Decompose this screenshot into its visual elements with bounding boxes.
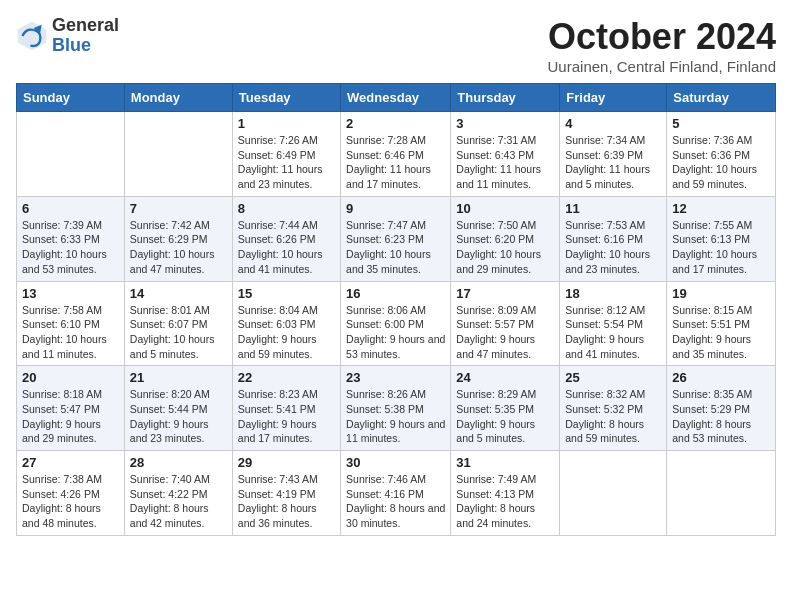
day-number: 21 [130,370,227,385]
calendar: SundayMondayTuesdayWednesdayThursdayFrid… [16,83,776,536]
weekday-header: Tuesday [232,84,340,112]
day-detail: Sunrise: 8:29 AMSunset: 5:35 PMDaylight:… [456,387,554,446]
day-detail: Sunrise: 7:38 AMSunset: 4:26 PMDaylight:… [22,472,119,531]
day-detail: Sunrise: 7:42 AMSunset: 6:29 PMDaylight:… [130,218,227,277]
calendar-day-cell: 6Sunrise: 7:39 AMSunset: 6:33 PMDaylight… [17,196,125,281]
calendar-week-row: 1Sunrise: 7:26 AMSunset: 6:49 PMDaylight… [17,112,776,197]
day-number: 22 [238,370,335,385]
day-number: 2 [346,116,445,131]
day-detail: Sunrise: 8:15 AMSunset: 5:51 PMDaylight:… [672,303,770,362]
calendar-day-cell: 15Sunrise: 8:04 AMSunset: 6:03 PMDayligh… [232,281,340,366]
day-detail: Sunrise: 8:35 AMSunset: 5:29 PMDaylight:… [672,387,770,446]
day-number: 20 [22,370,119,385]
calendar-day-cell: 24Sunrise: 8:29 AMSunset: 5:35 PMDayligh… [451,366,560,451]
day-number: 14 [130,286,227,301]
calendar-day-cell: 29Sunrise: 7:43 AMSunset: 4:19 PMDayligh… [232,451,340,536]
month-title: October 2024 [548,16,776,58]
day-number: 24 [456,370,554,385]
day-number: 11 [565,201,661,216]
calendar-day-cell: 4Sunrise: 7:34 AMSunset: 6:39 PMDaylight… [560,112,667,197]
day-number: 19 [672,286,770,301]
day-detail: Sunrise: 7:50 AMSunset: 6:20 PMDaylight:… [456,218,554,277]
day-number: 5 [672,116,770,131]
calendar-day-cell: 10Sunrise: 7:50 AMSunset: 6:20 PMDayligh… [451,196,560,281]
day-detail: Sunrise: 7:44 AMSunset: 6:26 PMDaylight:… [238,218,335,277]
day-detail: Sunrise: 7:58 AMSunset: 6:10 PMDaylight:… [22,303,119,362]
calendar-day-cell: 8Sunrise: 7:44 AMSunset: 6:26 PMDaylight… [232,196,340,281]
calendar-day-cell: 23Sunrise: 8:26 AMSunset: 5:38 PMDayligh… [341,366,451,451]
day-number: 7 [130,201,227,216]
logo-icon [16,20,48,52]
day-number: 28 [130,455,227,470]
calendar-day-cell: 28Sunrise: 7:40 AMSunset: 4:22 PMDayligh… [124,451,232,536]
day-number: 27 [22,455,119,470]
calendar-day-cell: 21Sunrise: 8:20 AMSunset: 5:44 PMDayligh… [124,366,232,451]
calendar-day-cell [17,112,125,197]
weekday-header: Monday [124,84,232,112]
day-number: 31 [456,455,554,470]
day-detail: Sunrise: 8:04 AMSunset: 6:03 PMDaylight:… [238,303,335,362]
calendar-week-row: 20Sunrise: 8:18 AMSunset: 5:47 PMDayligh… [17,366,776,451]
day-detail: Sunrise: 8:09 AMSunset: 5:57 PMDaylight:… [456,303,554,362]
calendar-day-cell [560,451,667,536]
logo: General Blue [16,16,119,56]
day-number: 15 [238,286,335,301]
day-detail: Sunrise: 7:49 AMSunset: 4:13 PMDaylight:… [456,472,554,531]
calendar-week-row: 27Sunrise: 7:38 AMSunset: 4:26 PMDayligh… [17,451,776,536]
day-number: 25 [565,370,661,385]
calendar-day-cell: 14Sunrise: 8:01 AMSunset: 6:07 PMDayligh… [124,281,232,366]
weekday-header: Thursday [451,84,560,112]
day-detail: Sunrise: 8:23 AMSunset: 5:41 PMDaylight:… [238,387,335,446]
day-detail: Sunrise: 8:32 AMSunset: 5:32 PMDaylight:… [565,387,661,446]
day-number: 4 [565,116,661,131]
calendar-day-cell: 22Sunrise: 8:23 AMSunset: 5:41 PMDayligh… [232,366,340,451]
calendar-day-cell: 19Sunrise: 8:15 AMSunset: 5:51 PMDayligh… [667,281,776,366]
header: General Blue October 2024 Uurainen, Cent… [16,16,776,75]
day-detail: Sunrise: 7:36 AMSunset: 6:36 PMDaylight:… [672,133,770,192]
day-number: 10 [456,201,554,216]
weekday-header: Friday [560,84,667,112]
day-detail: Sunrise: 8:06 AMSunset: 6:00 PMDaylight:… [346,303,445,362]
day-detail: Sunrise: 8:26 AMSunset: 5:38 PMDaylight:… [346,387,445,446]
day-detail: Sunrise: 7:34 AMSunset: 6:39 PMDaylight:… [565,133,661,192]
day-number: 6 [22,201,119,216]
calendar-day-cell: 3Sunrise: 7:31 AMSunset: 6:43 PMDaylight… [451,112,560,197]
day-detail: Sunrise: 7:47 AMSunset: 6:23 PMDaylight:… [346,218,445,277]
day-detail: Sunrise: 8:18 AMSunset: 5:47 PMDaylight:… [22,387,119,446]
calendar-week-row: 13Sunrise: 7:58 AMSunset: 6:10 PMDayligh… [17,281,776,366]
day-number: 9 [346,201,445,216]
day-number: 17 [456,286,554,301]
calendar-day-cell: 11Sunrise: 7:53 AMSunset: 6:16 PMDayligh… [560,196,667,281]
calendar-day-cell: 16Sunrise: 8:06 AMSunset: 6:00 PMDayligh… [341,281,451,366]
day-number: 29 [238,455,335,470]
day-detail: Sunrise: 8:01 AMSunset: 6:07 PMDaylight:… [130,303,227,362]
weekday-header: Wednesday [341,84,451,112]
day-number: 1 [238,116,335,131]
day-number: 8 [238,201,335,216]
calendar-day-cell: 27Sunrise: 7:38 AMSunset: 4:26 PMDayligh… [17,451,125,536]
calendar-header-row: SundayMondayTuesdayWednesdayThursdayFrid… [17,84,776,112]
day-detail: Sunrise: 7:26 AMSunset: 6:49 PMDaylight:… [238,133,335,192]
location-title: Uurainen, Central Finland, Finland [548,58,776,75]
calendar-day-cell: 31Sunrise: 7:49 AMSunset: 4:13 PMDayligh… [451,451,560,536]
calendar-day-cell: 20Sunrise: 8:18 AMSunset: 5:47 PMDayligh… [17,366,125,451]
day-number: 13 [22,286,119,301]
day-detail: Sunrise: 8:20 AMSunset: 5:44 PMDaylight:… [130,387,227,446]
logo-text: General Blue [52,16,119,56]
calendar-day-cell: 7Sunrise: 7:42 AMSunset: 6:29 PMDaylight… [124,196,232,281]
day-number: 30 [346,455,445,470]
calendar-day-cell: 1Sunrise: 7:26 AMSunset: 6:49 PMDaylight… [232,112,340,197]
calendar-day-cell: 18Sunrise: 8:12 AMSunset: 5:54 PMDayligh… [560,281,667,366]
calendar-day-cell: 9Sunrise: 7:47 AMSunset: 6:23 PMDaylight… [341,196,451,281]
calendar-day-cell: 13Sunrise: 7:58 AMSunset: 6:10 PMDayligh… [17,281,125,366]
calendar-day-cell: 26Sunrise: 8:35 AMSunset: 5:29 PMDayligh… [667,366,776,451]
day-detail: Sunrise: 7:39 AMSunset: 6:33 PMDaylight:… [22,218,119,277]
day-detail: Sunrise: 7:31 AMSunset: 6:43 PMDaylight:… [456,133,554,192]
title-area: October 2024 Uurainen, Central Finland, … [548,16,776,75]
calendar-day-cell [667,451,776,536]
day-number: 23 [346,370,445,385]
calendar-week-row: 6Sunrise: 7:39 AMSunset: 6:33 PMDaylight… [17,196,776,281]
day-number: 3 [456,116,554,131]
calendar-day-cell: 12Sunrise: 7:55 AMSunset: 6:13 PMDayligh… [667,196,776,281]
day-detail: Sunrise: 7:55 AMSunset: 6:13 PMDaylight:… [672,218,770,277]
